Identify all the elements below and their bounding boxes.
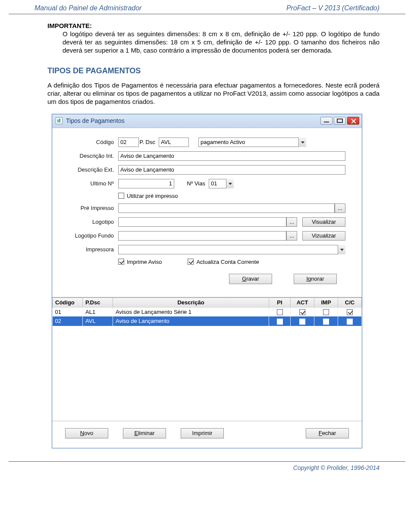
codigo-input[interactable]: [118, 138, 139, 147]
section-paragraph: A definição dos Tipos de Pagamentos é ne…: [47, 81, 380, 106]
logotipo-fundo-input[interactable]: [118, 231, 286, 241]
checkbox-icon[interactable]: [323, 319, 329, 325]
window-icon: [56, 117, 63, 124]
col-codigo[interactable]: Código: [53, 297, 83, 307]
label-actualiza-cc: Actualiza Conta Corrente: [196, 259, 259, 265]
gravar-button[interactable]: Gravar: [229, 274, 272, 284]
table-row[interactable]: 01AL1Avisos de Lançamento Série 1: [53, 307, 362, 316]
eliminar-button[interactable]: Eliminar: [123, 428, 166, 438]
important-paragraph: O logótipo deverá ter as seguintes dimen…: [63, 30, 380, 54]
page-header: Manual do Painel de Administrador ProFac…: [9, 4, 405, 14]
col-act[interactable]: ACT: [291, 297, 314, 307]
actualiza-cc-checkbox[interactable]: [188, 259, 194, 265]
label-ultimo-no: Ultimo Nº: [69, 180, 118, 187]
col-descricao[interactable]: Descrição: [113, 297, 269, 307]
checkbox-icon[interactable]: [299, 309, 305, 315]
ignorar-button[interactable]: Ignorar: [294, 274, 337, 284]
label-desc-int: Descrição Int.: [69, 153, 118, 159]
section-title: TIPOS DE PAGAMENTOS: [47, 66, 380, 75]
label-impressora: Impressora: [69, 246, 118, 253]
logotipo-fundo-browse-button[interactable]: ...: [286, 231, 297, 241]
ultimo-no-input[interactable]: [118, 179, 174, 188]
desc-int-input[interactable]: [118, 151, 345, 161]
logotipo-visualizar-button[interactable]: Visualizar: [302, 217, 345, 227]
label-pre-impresso: Pré Impresso: [69, 205, 118, 211]
checkbox-icon[interactable]: [323, 309, 329, 315]
checkbox-icon[interactable]: [299, 319, 305, 325]
grid-blank-area[interactable]: [52, 326, 362, 421]
novo-button[interactable]: Novo: [65, 428, 108, 438]
imprimir-button[interactable]: Imprimir: [181, 428, 224, 438]
utilizar-pre-checkbox[interactable]: [118, 193, 124, 199]
chevron-down-icon[interactable]: [298, 138, 306, 147]
label-utilizar-pre: Utilizar pré impresso: [127, 193, 178, 199]
table-row[interactable]: 02AVLAviso de Lançamento: [53, 316, 362, 326]
close-button[interactable]: [347, 117, 359, 125]
chevron-down-icon[interactable]: [226, 179, 234, 188]
header-left: Manual do Painel de Administrador: [34, 4, 141, 12]
label-no-vias: Nº Vias: [174, 180, 209, 187]
chevron-down-icon[interactable]: [338, 245, 345, 254]
pdsc-input[interactable]: [159, 138, 189, 147]
status-combo[interactable]: [198, 138, 306, 147]
maximize-button[interactable]: [334, 117, 346, 125]
logotipo-fundo-vizualizar-button[interactable]: Vizualizar: [302, 231, 345, 241]
checkbox-icon[interactable]: [277, 309, 283, 315]
logotipo-input[interactable]: [118, 217, 286, 227]
label-desc-ext: Descrição Ext.: [69, 166, 118, 173]
label-logotipo-fundo: Logotipo Fundo: [69, 232, 118, 239]
imprime-aviso-checkbox[interactable]: [118, 259, 124, 265]
col-pdsc[interactable]: P.Dsc: [83, 297, 113, 307]
minimize-button[interactable]: [320, 117, 332, 125]
header-right: ProFact – V 2013 (Certificado): [286, 4, 380, 12]
col-pi[interactable]: PI: [269, 297, 291, 307]
checkbox-icon[interactable]: [347, 319, 353, 325]
col-cc[interactable]: C/C: [338, 297, 362, 307]
pre-impresso-input[interactable]: [118, 203, 335, 213]
impressora-combo[interactable]: [118, 245, 345, 254]
logotipo-browse-button[interactable]: ...: [286, 217, 297, 227]
page-footer: Copyright © Prolider, 1996-2014: [9, 461, 405, 471]
pre-impresso-browse-button[interactable]: ...: [335, 203, 345, 213]
important-title: IMPORTANTE:: [47, 22, 380, 29]
fechar-button[interactable]: Fechar: [306, 428, 349, 438]
col-imp[interactable]: IMP: [314, 297, 338, 307]
label-logotipo: Logotipo: [69, 219, 118, 225]
label-pdsc: P. Dsc: [139, 139, 159, 145]
titlebar: Tipos de Pagamentos: [52, 114, 362, 128]
label-codigo: Código: [69, 139, 118, 145]
checkbox-icon[interactable]: [277, 319, 283, 325]
desc-ext-input[interactable]: [118, 165, 345, 175]
tipos-pagamentos-window: Tipos de Pagamentos Código P. Dsc: [52, 114, 362, 448]
pagamentos-grid[interactable]: Código P.Dsc Descrição PI ACT IMP C/C 01…: [52, 297, 362, 421]
window-title: Tipos de Pagamentos: [66, 117, 320, 124]
label-imprime-aviso: Imprime Aviso: [127, 259, 162, 265]
checkbox-icon[interactable]: [347, 309, 353, 315]
